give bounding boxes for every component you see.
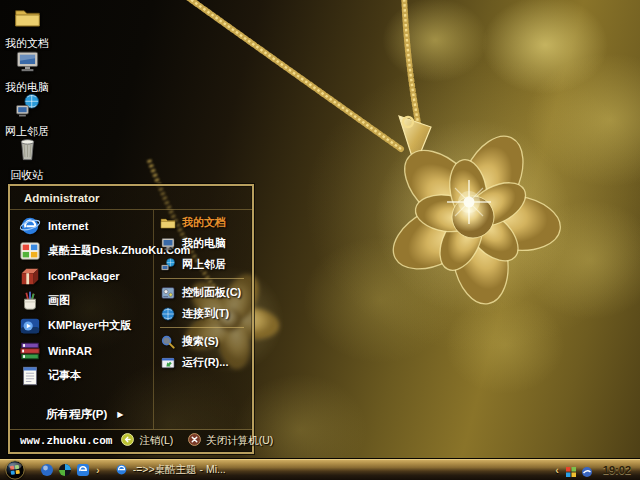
all-programs-arrow-icon: ▶ xyxy=(117,410,123,419)
my-documents-icon xyxy=(14,4,41,35)
kmplayer-icon xyxy=(19,315,41,337)
separator xyxy=(160,327,244,328)
start-menu-item-kmplayer[interactable]: KMPlayer中文版 xyxy=(10,313,153,338)
paint-icon xyxy=(19,290,41,312)
desktop-icon-recycle-bin[interactable]: 回收站 xyxy=(0,136,54,180)
search-icon xyxy=(160,334,176,350)
start-menu-user-name: Administrator xyxy=(10,186,252,210)
separator xyxy=(160,278,244,279)
start-menu-item-run[interactable]: 运行(R)... xyxy=(154,352,252,373)
connect-to-icon xyxy=(160,306,176,322)
tray-collapse-icon[interactable]: ‹ xyxy=(553,464,561,476)
internet-explorer-icon xyxy=(19,215,41,237)
start-menu-pinned-list: Internet 桌酷主题Desk.ZhuoKu.Com IconPackage… xyxy=(10,210,153,429)
windows-orb-icon xyxy=(5,460,25,480)
recycle-bin-icon xyxy=(14,136,41,167)
start-menu-item-paint[interactable]: 画图 xyxy=(10,288,153,313)
quick-launch-media-player-icon[interactable] xyxy=(58,463,72,477)
quick-launch-bar: › xyxy=(40,463,102,477)
system-tray: ‹ 19:02 xyxy=(553,464,635,476)
start-button[interactable] xyxy=(5,460,25,480)
start-menu-item-my-documents[interactable]: 我的文档 xyxy=(154,212,252,233)
start-menu-item-zhuoku-theme[interactable]: 桌酷主题Desk.ZhuoKu.Com xyxy=(10,238,153,263)
desktop-icon-column: 我的文档 我的电脑 网上邻居 回收站 xyxy=(0,4,54,180)
taskbar-clock[interactable]: 19:02 xyxy=(597,464,635,476)
taskbar-task-button[interactable]: -=>>桌酷主题 - Mi... xyxy=(115,463,226,477)
shut-down-icon xyxy=(187,432,202,451)
start-menu: Administrator Internet 桌酷主题Desk.ZhuoKu.C… xyxy=(8,184,254,454)
start-menu-places-list: 我的文档 我的电脑 网上邻居 控制面板(C) 连接到(T) 搜 xyxy=(153,210,252,429)
network-places-icon xyxy=(14,92,41,123)
zhuoku-theme-icon xyxy=(19,240,41,262)
shut-down-button[interactable]: 关闭计算机(U) xyxy=(187,432,273,451)
start-menu-item-my-computer[interactable]: 我的电脑 xyxy=(154,233,252,254)
network-places-icon xyxy=(160,257,176,273)
start-menu-item-control-panel[interactable]: 控制面板(C) xyxy=(154,282,252,303)
start-menu-footer: www.zhuoku.com 注销(L) 关闭计算机(U) xyxy=(10,429,252,452)
zhuoku-site-label: www.zhuoku.com xyxy=(20,435,112,447)
taskbar: › -=>>桌酷主题 - Mi... ‹ 19:02 xyxy=(0,458,640,480)
desktop-icon-my-documents[interactable]: 我的文档 xyxy=(0,4,54,48)
notepad-icon xyxy=(19,365,41,387)
internet-explorer-icon xyxy=(115,463,128,476)
start-menu-item-search[interactable]: 搜索(S) xyxy=(154,331,252,352)
start-menu-item-connect-to[interactable]: 连接到(T) xyxy=(154,303,252,324)
start-menu-item-network-places[interactable]: 网上邻居 xyxy=(154,254,252,275)
start-menu-all-programs[interactable]: 所有程序(P) ▶ xyxy=(10,403,153,425)
tray-network-icon[interactable] xyxy=(581,464,593,476)
quick-launch-internet-icon[interactable] xyxy=(76,463,90,477)
desktop-icon-my-computer[interactable]: 我的电脑 xyxy=(0,48,54,92)
start-menu-item-iconpackager[interactable]: IconPackager xyxy=(10,263,153,288)
desktop-icon-label: 回收站 xyxy=(11,168,44,183)
tray-input-method-icon[interactable] xyxy=(565,464,577,476)
quick-launch-messenger-icon[interactable] xyxy=(40,463,54,477)
iconpackager-icon xyxy=(19,265,41,287)
start-menu-item-winrar[interactable]: WinRAR xyxy=(10,338,153,363)
start-menu-item-internet[interactable]: Internet xyxy=(10,213,153,238)
control-panel-icon xyxy=(160,285,176,301)
log-off-icon xyxy=(120,432,135,451)
desktop-icon-network-places[interactable]: 网上邻居 xyxy=(0,92,54,136)
my-computer-icon xyxy=(160,236,176,252)
start-menu-item-notepad[interactable]: 记事本 xyxy=(10,363,153,388)
quick-launch-expand-icon[interactable]: › xyxy=(94,464,102,476)
my-documents-icon xyxy=(160,215,176,231)
my-computer-icon xyxy=(14,48,41,79)
winrar-icon xyxy=(19,340,41,362)
log-off-button[interactable]: 注销(L) xyxy=(120,432,173,451)
task-button-label: -=>>桌酷主题 - Mi... xyxy=(133,463,226,477)
run-icon xyxy=(160,355,176,371)
